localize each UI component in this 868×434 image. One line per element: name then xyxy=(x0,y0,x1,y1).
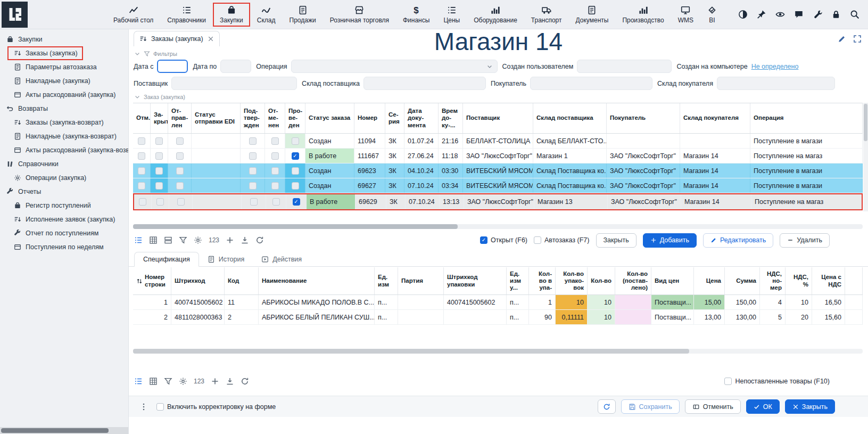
date-to-input[interactable] xyxy=(220,60,251,73)
column-header[interactable]: Операция xyxy=(750,103,863,133)
order-row[interactable]: Создан 69623 ЗК 04.10.24 03:30 ВИТЕБСКИЙ… xyxy=(133,163,863,178)
posted-checkbox[interactable] xyxy=(292,182,299,190)
date-from-input[interactable] xyxy=(157,60,188,73)
checkbox[interactable] xyxy=(156,403,164,411)
order-row[interactable]: Создан 69627 ЗК 07.10.24 03:34 ВИТЕБСКИЙ… xyxy=(133,178,863,193)
menu-item-warehouse[interactable]: Склад xyxy=(250,3,283,27)
orders-horizontal-scrollbar[interactable] xyxy=(133,224,863,229)
menu-item-sales[interactable]: Продажи xyxy=(283,3,323,27)
view-list-icon[interactable] xyxy=(134,236,143,244)
sidebar-item-invoices-return[interactable]: Накладные (закупка-возврат) xyxy=(7,129,122,143)
search-icon[interactable] xyxy=(850,10,859,19)
enable-correction-checkbox[interactable]: Включить корректировку на форме xyxy=(156,403,276,411)
sidebar-item-purchases[interactable]: Закупки xyxy=(0,32,48,46)
tab-orders-purchase[interactable]: Заказы (закупка) xyxy=(134,31,220,46)
column-header[interactable]: Врем до-ку-... xyxy=(439,103,463,133)
supplier-input[interactable] xyxy=(171,77,297,90)
spec-row[interactable]: 2 4811028000363 2 АБРИКОС БЕЛЫЙ ПЕЛИКАН … xyxy=(133,310,863,325)
cancelled-checkbox[interactable] xyxy=(271,152,279,160)
order-row[interactable]: В работе 111667 ЗК 27.06.24 11:18 ЗАО "Л… xyxy=(133,149,863,163)
column-header[interactable]: От-прав-лен xyxy=(168,103,192,133)
more-options-icon[interactable] xyxy=(139,403,148,411)
checkbox[interactable] xyxy=(724,378,732,385)
column-header[interactable]: Кол-во (постав-лено) xyxy=(615,267,651,294)
open-f6-checkbox[interactable]: Открыт (F6) xyxy=(480,236,527,244)
menu-item-retail[interactable]: Розничная торговля xyxy=(323,3,396,27)
filters-section-header[interactable]: Фильтры xyxy=(134,51,177,57)
view-table-icon[interactable] xyxy=(149,236,158,244)
sidebar-item-receipts-by-week[interactable]: Поступления по неделям xyxy=(7,240,109,254)
menu-item-production[interactable]: Производство xyxy=(615,3,671,27)
tab-history[interactable]: История xyxy=(199,252,253,266)
menu-item-bi[interactable]: BI xyxy=(700,3,724,27)
plus-icon[interactable] xyxy=(211,377,219,386)
checkbox[interactable] xyxy=(480,236,487,244)
closed-checkbox[interactable] xyxy=(155,137,163,145)
closed-checkbox[interactable] xyxy=(155,167,163,175)
column-header[interactable]: Про-ве-ден xyxy=(285,103,305,133)
confirmed-checkbox[interactable] xyxy=(249,167,257,175)
spec-row[interactable]: 1 4007415005602 11 АБРИКОСЫ МИКАДО ПОЛОВ… xyxy=(133,295,863,310)
close-order-button[interactable]: Закрыть xyxy=(596,233,636,248)
download-icon[interactable] xyxy=(226,377,234,386)
settings-gear-icon[interactable] xyxy=(179,377,187,386)
column-header[interactable]: Наименование xyxy=(259,267,375,294)
close-icon[interactable] xyxy=(208,36,214,42)
sent-checkbox[interactable] xyxy=(177,198,185,206)
download-icon[interactable] xyxy=(241,236,249,244)
tab-specification[interactable]: Спецификация xyxy=(134,252,199,267)
column-header[interactable]: Партия xyxy=(398,267,444,294)
column-header[interactable]: От-ме-нен xyxy=(265,103,285,133)
created-on-computer-link[interactable]: Не определено xyxy=(751,63,799,70)
refresh-button[interactable] xyxy=(598,399,616,414)
column-header[interactable]: Покупатель xyxy=(607,103,680,133)
save-button[interactable]: Сохранить xyxy=(621,399,680,414)
posted-checkbox[interactable] xyxy=(293,198,300,206)
column-header[interactable]: Код xyxy=(225,267,259,294)
scrollbar-thumb[interactable] xyxy=(864,104,867,141)
created-by-input[interactable] xyxy=(577,60,672,73)
column-header[interactable]: Ед. изм у... xyxy=(507,267,529,294)
column-header[interactable]: Вид цен xyxy=(651,267,694,294)
menu-item-desktop[interactable]: Рабочий стол xyxy=(106,3,160,27)
mark-checkbox[interactable] xyxy=(138,137,145,145)
buyer-warehouse-input[interactable] xyxy=(717,77,835,90)
column-header[interactable]: Цена с НДС xyxy=(812,267,845,294)
column-header[interactable]: Штрихкод xyxy=(171,267,225,294)
mark-checkbox[interactable] xyxy=(138,167,145,175)
tab-actions[interactable]: Действия xyxy=(253,252,310,266)
sidebar-item-references[interactable]: Справочники xyxy=(0,157,64,171)
sent-checkbox[interactable] xyxy=(176,182,184,190)
column-header[interactable]: Поставщик xyxy=(463,103,533,133)
operation-select[interactable] xyxy=(291,60,498,73)
sort-updown-icon[interactable] xyxy=(136,278,143,284)
add-order-button[interactable]: Добавить xyxy=(643,233,697,248)
view-list-icon[interactable] xyxy=(134,377,143,386)
mark-checkbox[interactable] xyxy=(138,152,145,160)
column-header[interactable]: НДС, но-мер xyxy=(760,267,786,294)
column-header[interactable]: Штрихкод упаковки xyxy=(444,267,507,294)
order-row-selected[interactable]: В работе 69629 ЗК 07.10.24 13:13 ЗАО "Лю… xyxy=(133,193,863,210)
cancelled-checkbox[interactable] xyxy=(271,182,279,190)
sidebar-item-reports[interactable]: Отчеты xyxy=(0,185,46,199)
mark-checkbox[interactable] xyxy=(138,182,145,190)
sidebar-item-operations[interactable]: Операции (закупка) xyxy=(7,171,92,185)
pencil-icon[interactable] xyxy=(838,35,846,43)
view-table-icon[interactable] xyxy=(149,377,158,386)
column-header[interactable]: Номер xyxy=(354,103,385,133)
column-header[interactable]: Отм. xyxy=(133,103,151,133)
column-header[interactable]: Номер строки xyxy=(133,267,171,294)
spec-horizontal-scrollbar[interactable] xyxy=(133,349,863,354)
sidebar-item-invoices-purchase[interactable]: Накладные (закупка) xyxy=(7,74,96,88)
cancelled-checkbox[interactable] xyxy=(271,137,279,145)
sidebar-item-autoorder-params[interactable]: Параметры автозаказа xyxy=(7,60,102,74)
confirmed-checkbox[interactable] xyxy=(249,137,257,145)
sidebar-item-returns[interactable]: Возвраты xyxy=(0,102,53,116)
tools-icon[interactable] xyxy=(813,10,822,19)
posted-checkbox[interactable] xyxy=(292,167,299,175)
scrollbar-thumb[interactable] xyxy=(1,428,109,433)
closed-checkbox[interactable] xyxy=(155,152,163,160)
column-header[interactable]: Статус отправки EDI xyxy=(192,103,241,133)
order-row[interactable]: Создан 11094 ЗК 01.07.24 21:16 БЕЛЛАКТ-С… xyxy=(133,134,863,149)
edit-order-button[interactable]: Редактировать xyxy=(703,233,773,248)
